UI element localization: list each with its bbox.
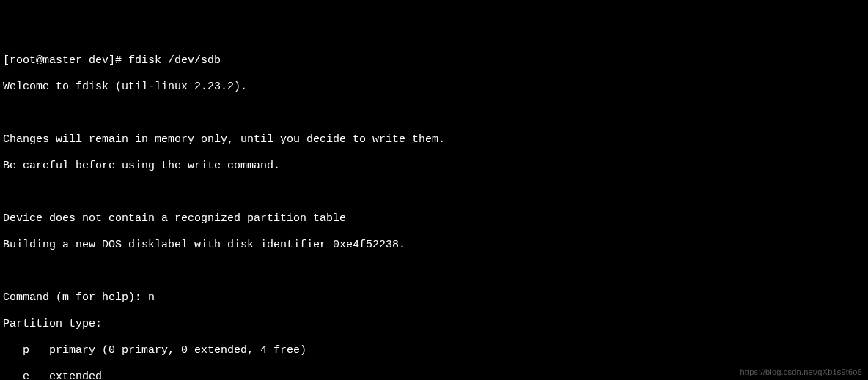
terminal-line: e extended — [3, 370, 865, 380]
terminal-line — [3, 107, 865, 120]
terminal-line: Building a new DOS disklabel with disk i… — [3, 239, 865, 252]
terminal-line — [3, 265, 865, 278]
terminal-line: Partition type: — [3, 318, 865, 331]
watermark-text: https://blog.csdn.net/qXb1s9t6o6 — [740, 368, 862, 377]
terminal-line: Changes will remain in memory only, unti… — [3, 133, 865, 146]
terminal-line — [3, 186, 865, 199]
terminal-line: Device does not contain a recognized par… — [3, 212, 865, 226]
terminal-line: [root@master dev]# fdisk /dev/sdb — [3, 54, 865, 67]
terminal-line: Welcome to fdisk (util-linux 2.23.2). — [3, 81, 865, 94]
terminal-line: Be careful before using the write comman… — [3, 160, 865, 173]
terminal-line: p primary (0 primary, 0 extended, 4 free… — [3, 344, 865, 357]
terminal-line: Command (m for help): n — [3, 291, 865, 305]
